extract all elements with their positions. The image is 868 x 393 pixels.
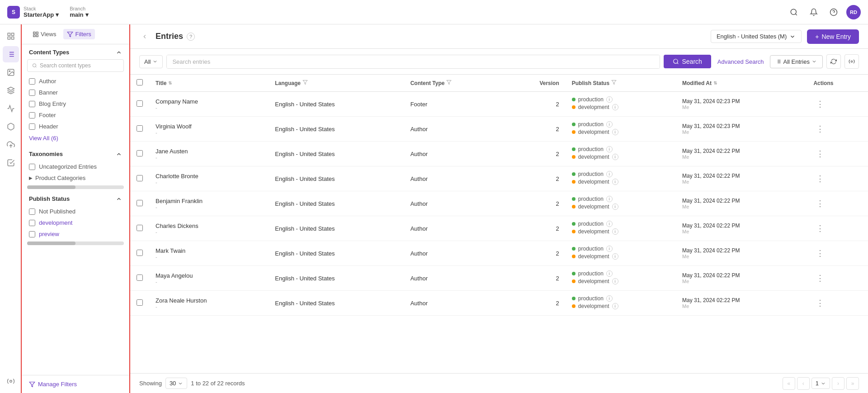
sidebar-extensions-icon[interactable] xyxy=(3,118,19,135)
new-entry-button[interactable]: + New Entry xyxy=(807,29,859,44)
sidebar-taxonomies-icon[interactable] xyxy=(3,100,19,117)
content-type-banner-checkbox[interactable] xyxy=(29,90,35,96)
row-select-checkbox[interactable] xyxy=(137,299,143,306)
row-select-checkbox[interactable] xyxy=(137,225,143,231)
prev-page-button[interactable]: ‹ xyxy=(797,377,810,390)
sidebar-deploy-icon[interactable] xyxy=(3,137,19,153)
content-type-banner[interactable]: Banner xyxy=(22,87,129,98)
first-page-button[interactable]: « xyxy=(783,377,795,390)
branch-value[interactable]: main ▾ xyxy=(70,11,88,18)
help-button[interactable] xyxy=(826,5,841,19)
status-info-icon[interactable]: i xyxy=(612,228,618,235)
status-preview-checkbox[interactable] xyxy=(29,231,35,237)
user-avatar[interactable]: RD xyxy=(846,5,861,19)
refresh-button[interactable] xyxy=(826,54,841,69)
status-info-icon[interactable]: i xyxy=(612,129,618,135)
content-type-header-checkbox[interactable] xyxy=(29,123,35,130)
taxonomy-uncategorized[interactable]: Uncategorized Entries xyxy=(22,161,129,172)
status-preview[interactable]: preview xyxy=(22,228,129,240)
row-select-checkbox[interactable] xyxy=(137,275,143,281)
row-select-checkbox[interactable] xyxy=(137,100,143,107)
sidebar-workflows-icon[interactable] xyxy=(3,155,19,171)
sidebar-settings-icon[interactable] xyxy=(3,373,19,389)
modified-sort-icon[interactable]: ⇅ xyxy=(713,80,717,85)
global-search-button[interactable] xyxy=(787,5,801,19)
status-development-checkbox[interactable] xyxy=(29,220,35,226)
select-all-checkbox[interactable] xyxy=(137,79,143,85)
status-not-published[interactable]: Not Published xyxy=(22,206,129,217)
content-type-blog-entry[interactable]: Blog Entry xyxy=(22,98,129,109)
taxonomy-product-categories[interactable]: ▶ Product Categories xyxy=(22,172,129,184)
manage-filters-button[interactable]: Manage Filters xyxy=(22,375,129,393)
content-type-header[interactable]: Header xyxy=(22,121,129,132)
status-info-icon[interactable]: i xyxy=(606,171,613,177)
row-select-checkbox[interactable] xyxy=(137,200,143,206)
status-info-icon[interactable]: i xyxy=(606,270,613,277)
sidebar-dashboard-icon[interactable] xyxy=(3,28,19,44)
last-page-button[interactable]: » xyxy=(846,377,859,390)
status-info-icon[interactable]: i xyxy=(606,146,613,152)
status-info-icon[interactable]: i xyxy=(612,179,618,185)
row-select-checkbox[interactable] xyxy=(137,250,143,256)
status-info-icon[interactable]: i xyxy=(606,246,613,252)
locale-selector[interactable]: English - United States (M) xyxy=(711,30,802,43)
status-info-icon[interactable]: i xyxy=(606,121,613,128)
settings-table-button[interactable] xyxy=(844,54,859,69)
advanced-search-button[interactable]: Advanced Search xyxy=(715,56,767,68)
title-sort-icon[interactable]: ⇅ xyxy=(168,80,172,85)
status-development[interactable]: development xyxy=(22,217,129,228)
row-actions-button[interactable]: ⋮ xyxy=(813,198,827,209)
row-actions-button[interactable]: ⋮ xyxy=(813,123,827,135)
all-entries-dropdown[interactable]: All Entries xyxy=(770,55,823,68)
view-all-anchor[interactable]: View All (6) xyxy=(29,135,58,142)
row-actions-button[interactable]: ⋮ xyxy=(813,272,827,284)
status-info-icon[interactable]: i xyxy=(606,96,613,103)
publish-status-toggle[interactable]: Publish Status xyxy=(22,191,129,206)
content-type-search-wrap[interactable] xyxy=(27,59,124,72)
content-type-footer[interactable]: Footer xyxy=(22,109,129,121)
sidebar-entries-icon[interactable] xyxy=(3,46,19,62)
row-select-checkbox[interactable] xyxy=(137,125,143,132)
row-select-checkbox[interactable] xyxy=(137,175,143,181)
status-not-published-checkbox[interactable] xyxy=(29,208,35,215)
app-name[interactable]: StarterApp ▾ xyxy=(24,11,59,18)
current-page[interactable]: 1 xyxy=(811,378,830,389)
status-info-icon[interactable]: i xyxy=(612,204,618,210)
sidebar-content-types-icon[interactable] xyxy=(3,82,19,99)
search-scope-dropdown[interactable]: All xyxy=(139,55,163,68)
search-input[interactable] xyxy=(167,55,660,68)
content-type-author[interactable]: Author xyxy=(22,76,129,87)
row-select-checkbox[interactable] xyxy=(137,150,143,156)
status-info-icon[interactable]: i xyxy=(612,154,618,160)
status-info-icon[interactable]: i xyxy=(606,221,613,227)
status-info-icon[interactable]: i xyxy=(612,104,618,110)
publish-status-filter-icon[interactable] xyxy=(611,80,617,86)
row-actions-button[interactable]: ⋮ xyxy=(813,247,827,259)
row-actions-button[interactable]: ⋮ xyxy=(813,148,827,160)
row-actions-button[interactable]: ⋮ xyxy=(813,173,827,185)
next-page-button[interactable]: › xyxy=(832,377,844,390)
row-actions-button[interactable]: ⋮ xyxy=(813,297,827,309)
views-button[interactable]: Views xyxy=(29,29,60,39)
taxonomies-toggle[interactable]: Taxonomies xyxy=(22,146,129,161)
status-info-icon[interactable]: i xyxy=(612,303,618,309)
taxonomy-uncategorized-checkbox[interactable] xyxy=(29,164,35,170)
content-type-footer-checkbox[interactable] xyxy=(29,112,35,118)
status-info-icon[interactable]: i xyxy=(612,253,618,260)
sidebar-assets-icon[interactable] xyxy=(3,64,19,80)
notifications-button[interactable] xyxy=(807,5,821,19)
filters-button[interactable]: Filters xyxy=(63,29,94,39)
per-page-selector[interactable]: 30 xyxy=(165,378,187,389)
content-type-author-checkbox[interactable] xyxy=(29,78,35,85)
status-info-icon[interactable]: i xyxy=(606,295,613,302)
content-type-blog-entry-checkbox[interactable] xyxy=(29,101,35,107)
collapse-sidebar-button[interactable] xyxy=(139,31,150,42)
status-info-icon[interactable]: i xyxy=(606,196,613,202)
help-icon[interactable]: ? xyxy=(187,33,195,41)
content-type-search-input[interactable] xyxy=(40,62,119,69)
content-type-filter-icon[interactable] xyxy=(446,80,452,86)
content-types-toggle[interactable]: Content Types xyxy=(22,44,129,59)
language-filter-icon[interactable] xyxy=(302,80,308,86)
row-actions-button[interactable]: ⋮ xyxy=(813,223,827,234)
row-actions-button[interactable]: ⋮ xyxy=(813,98,827,110)
